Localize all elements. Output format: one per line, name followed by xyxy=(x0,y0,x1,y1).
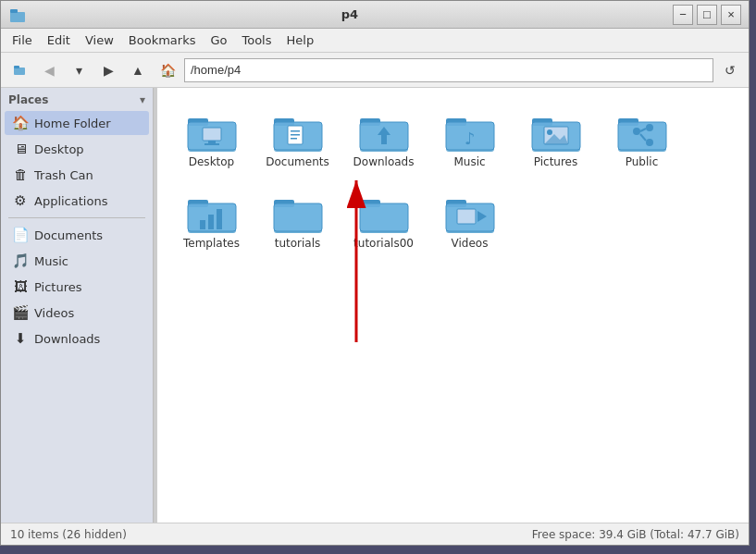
folder-desktop-icon xyxy=(186,109,238,154)
svg-rect-50 xyxy=(208,215,214,229)
folder-tutorials-label: tutorials xyxy=(275,237,321,252)
items-count: 10 items (26 hidden) xyxy=(10,528,127,541)
menu-bookmarks[interactable]: Bookmarks xyxy=(121,31,204,49)
svg-rect-3 xyxy=(14,66,19,68)
sidebar-toggle[interactable]: ▾ xyxy=(140,93,145,106)
folder-public[interactable]: Public xyxy=(602,103,681,177)
menu-help[interactable]: Help xyxy=(279,31,322,49)
titlebar: p4 − □ × xyxy=(1,1,749,29)
sidebar-divider xyxy=(8,217,145,218)
folder-downloads-icon xyxy=(358,109,410,154)
folder-tutorials00[interactable]: tutorials00 xyxy=(344,184,423,258)
pictures-icon: 🖼 xyxy=(12,278,29,295)
menu-tools[interactable]: Tools xyxy=(234,31,279,49)
svg-rect-49 xyxy=(200,220,205,229)
folder-documents-icon xyxy=(272,109,324,154)
folder-public-icon xyxy=(616,109,668,154)
folder-documents[interactable]: Documents xyxy=(258,103,337,177)
file-area: Desktop Documents xyxy=(157,88,749,523)
folder-templates-label: Templates xyxy=(183,237,240,252)
folder-templates[interactable]: Templates xyxy=(172,184,251,258)
folder-pictures[interactable]: Pictures xyxy=(516,103,595,177)
toolbar: ◀ ▾ ▶ ▲ 🏠 ↺ xyxy=(1,53,749,88)
svg-rect-16 xyxy=(291,130,300,132)
location-input[interactable] xyxy=(184,58,713,82)
svg-rect-51 xyxy=(217,209,222,229)
sidebar-item-trash-can[interactable]: 🗑 Trash Can xyxy=(5,163,149,187)
folder-pictures-label: Pictures xyxy=(534,155,578,170)
menu-file[interactable]: File xyxy=(5,31,40,49)
free-space: Free space: 39.4 GiB (Total: 47.7 GiB) xyxy=(532,528,739,541)
forward-button[interactable]: ▶ xyxy=(95,57,121,83)
back-dropdown-button[interactable]: ▾ xyxy=(66,57,92,83)
folder-documents-label: Documents xyxy=(266,155,328,170)
menubar: File Edit View Bookmarks Go Tools Help xyxy=(1,29,749,53)
sidebar-item-label: Pictures xyxy=(34,280,81,294)
folder-desktop[interactable]: Desktop xyxy=(172,103,251,177)
svg-rect-9 xyxy=(208,141,216,143)
sidebar-item-pictures[interactable]: 🖼 Pictures xyxy=(5,275,149,299)
documents-icon: 📄 xyxy=(12,227,29,243)
folder-music[interactable]: ♪ Music xyxy=(430,103,509,177)
maximize-button[interactable]: □ xyxy=(697,5,717,25)
svg-rect-54 xyxy=(274,203,322,231)
open-location-button[interactable] xyxy=(6,57,32,83)
sidebar-item-label: Documents xyxy=(34,228,103,242)
sidebar-item-label: Downloads xyxy=(34,332,100,346)
folder-templates-icon xyxy=(186,191,238,235)
folder-downloads[interactable]: Downloads xyxy=(344,103,423,177)
trash-can-icon: 🗑 xyxy=(12,166,29,183)
menu-go[interactable]: Go xyxy=(203,31,234,49)
applications-icon: ⚙ xyxy=(12,192,29,209)
folder-downloads-label: Downloads xyxy=(353,155,415,170)
back-button[interactable]: ◀ xyxy=(36,57,62,83)
svg-point-34 xyxy=(547,129,552,135)
folder-tutorials00-label: tutorials00 xyxy=(353,237,414,252)
sidebar-item-documents[interactable]: 📄 Documents xyxy=(5,223,149,247)
folder-videos[interactable]: Videos xyxy=(430,184,509,258)
minimize-button[interactable]: − xyxy=(673,5,693,25)
up-button[interactable]: ▲ xyxy=(125,57,151,83)
sidebar-item-label: Applications xyxy=(34,194,107,208)
main-area: Places ▾ 🏠 Home Folder 🖥 Desktop 🗑 Trash… xyxy=(1,88,749,523)
folder-music-icon: ♪ xyxy=(444,109,496,154)
folder-videos-icon xyxy=(444,191,496,235)
statusbar: 10 items (26 hidden) Free space: 39.4 Gi… xyxy=(1,523,749,545)
folder-desktop-label: Desktop xyxy=(189,155,235,170)
home-folder-icon: 🏠 xyxy=(12,115,29,131)
sidebar-item-label: Videos xyxy=(34,306,74,320)
music-icon: 🎵 xyxy=(12,252,29,269)
svg-rect-2 xyxy=(14,68,25,75)
main-window: p4 − □ × File Edit View Bookmarks Go Too… xyxy=(0,0,750,546)
close-button[interactable]: × xyxy=(721,5,741,25)
sidebar-header: Places ▾ xyxy=(1,88,153,110)
svg-rect-64 xyxy=(457,209,476,224)
sidebar-item-downloads[interactable]: ⬇ Downloads xyxy=(5,326,149,351)
svg-rect-10 xyxy=(204,143,219,145)
svg-rect-0 xyxy=(10,12,25,22)
svg-point-42 xyxy=(646,139,653,146)
sidebar-item-home-folder[interactable]: 🏠 Home Folder xyxy=(5,111,149,135)
folder-music-label: Music xyxy=(453,155,485,170)
folder-videos-label: Videos xyxy=(452,237,489,252)
sidebar-item-desktop[interactable]: 🖥 Desktop xyxy=(5,137,149,161)
sidebar-item-label: Home Folder xyxy=(34,117,111,130)
sidebar-item-label: Trash Can xyxy=(34,168,93,182)
sidebar-item-applications[interactable]: ⚙ Applications xyxy=(5,189,149,213)
folder-pictures-icon xyxy=(530,109,582,154)
sidebar-item-music[interactable]: 🎵 Music xyxy=(5,249,149,273)
folder-tutorials-icon xyxy=(272,191,324,235)
window-controls: − □ × xyxy=(673,5,741,25)
svg-point-40 xyxy=(633,128,640,135)
window-icon xyxy=(8,6,27,24)
menu-edit[interactable]: Edit xyxy=(40,31,78,49)
sidebar-item-label: Desktop xyxy=(34,142,84,156)
folder-public-label: Public xyxy=(626,155,659,170)
menu-view[interactable]: View xyxy=(78,31,121,49)
svg-rect-8 xyxy=(203,128,221,141)
home-button[interactable]: 🏠 xyxy=(155,57,180,83)
folder-tutorials[interactable]: tutorials xyxy=(258,184,337,258)
sidebar-item-videos[interactable]: 🎬 Videos xyxy=(5,301,149,325)
svg-rect-18 xyxy=(291,138,297,140)
reload-button[interactable]: ↺ xyxy=(717,57,743,83)
